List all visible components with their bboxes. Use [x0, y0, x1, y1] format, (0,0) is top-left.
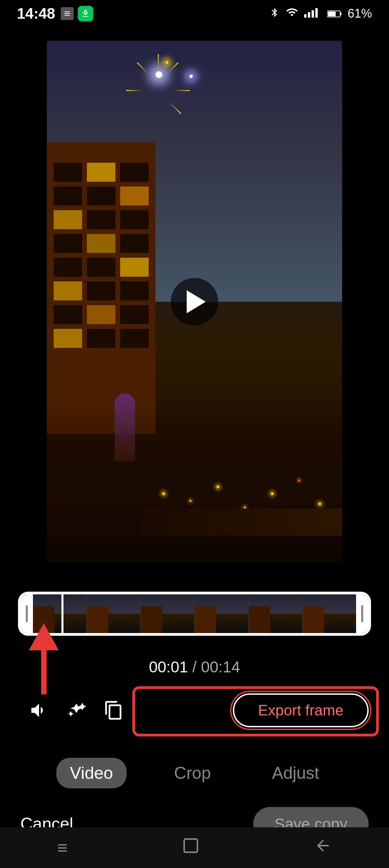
svg-rect-5	[340, 13, 341, 15]
tab-adjust[interactable]: Adjust	[258, 758, 333, 788]
time-current: 00:01	[149, 658, 188, 676]
notification-icon	[61, 7, 74, 20]
battery-icon	[327, 6, 341, 21]
volume-button[interactable]	[20, 692, 58, 729]
frame-2	[87, 594, 141, 633]
mode-tabs: Video Crop Adjust	[0, 753, 389, 793]
signal-icon	[304, 7, 321, 20]
wifi-icon	[286, 6, 298, 21]
status-icons-left	[61, 6, 93, 21]
svg-rect-6	[328, 12, 336, 16]
nav-menu-icon[interactable]: ≡	[57, 837, 68, 858]
nav-bar: ≡	[0, 827, 389, 868]
arrow-shaft	[41, 650, 47, 694]
nav-back-icon[interactable]	[314, 837, 332, 859]
scrubber-handle-right[interactable]	[356, 594, 368, 633]
status-right: 61%	[270, 6, 372, 21]
status-bar: 14:48	[0, 0, 389, 27]
scrubber-track[interactable]	[18, 592, 371, 636]
scrubber-frames	[33, 594, 356, 633]
status-time: 14:48	[17, 5, 55, 22]
svg-rect-7	[184, 839, 198, 852]
play-triangle-icon	[187, 290, 206, 313]
toolbar: Export frame	[0, 688, 389, 732]
nav-home-icon[interactable]	[182, 837, 200, 859]
frame-5	[249, 594, 303, 633]
svg-rect-1	[308, 12, 310, 18]
handle-grip-left	[26, 605, 28, 622]
svg-rect-2	[312, 10, 314, 18]
bluetooth-icon	[270, 6, 280, 21]
play-button[interactable]	[171, 278, 218, 326]
svg-rect-3	[315, 8, 318, 18]
svg-rect-0	[304, 14, 307, 18]
tab-video[interactable]: Video	[56, 758, 127, 788]
time-display: 00:01 / 00:14	[149, 658, 240, 676]
arrow-head	[29, 623, 59, 650]
frame-3	[141, 594, 195, 633]
download-icon	[78, 6, 93, 21]
video-area	[0, 27, 389, 576]
time-separator: /	[188, 658, 201, 676]
frame-6	[303, 594, 356, 633]
frames-button[interactable]	[95, 692, 132, 729]
tab-crop[interactable]: Crop	[161, 758, 224, 788]
status-left: 14:48	[17, 5, 93, 22]
red-arrow-indicator	[29, 624, 59, 694]
video-thumbnail[interactable]	[47, 41, 342, 563]
handle-grip-right	[361, 605, 363, 622]
frame-4	[195, 594, 249, 633]
export-frame-button[interactable]: Export frame	[233, 693, 369, 727]
time-total: 00:14	[201, 658, 240, 676]
battery-text: 61%	[348, 6, 372, 21]
scrubber-position-marker	[61, 592, 63, 636]
enhance-button[interactable]	[58, 692, 95, 729]
